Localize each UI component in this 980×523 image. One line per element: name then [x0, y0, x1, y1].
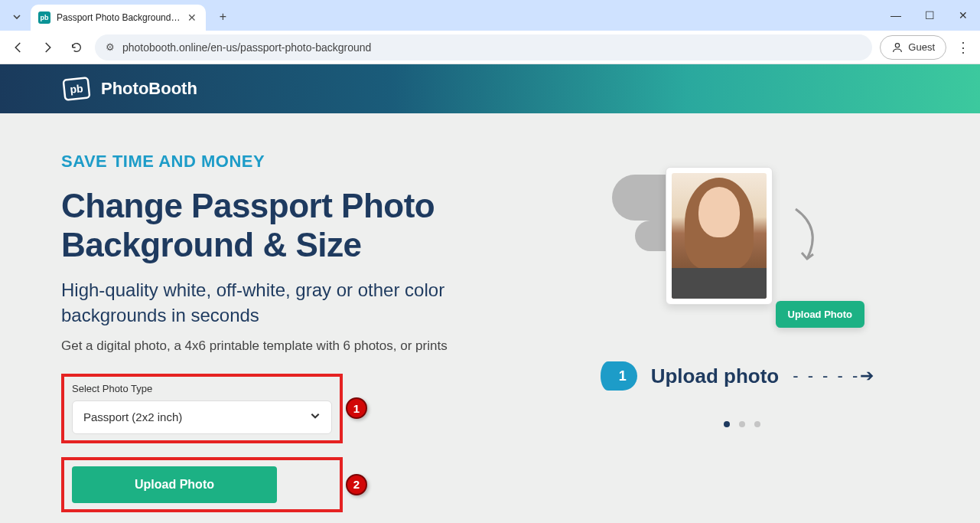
annotation-box-1: Select Photo Type Passport (2x2 inch) 1 — [61, 374, 343, 443]
sample-photo-card — [666, 167, 773, 305]
address-bar[interactable]: ⚙ photobooth.online/en-us/passport-photo… — [95, 34, 872, 60]
eyebrow-text: SAVE TIME AND MONEY — [61, 152, 536, 172]
upload-photo-button[interactable]: Upload Photo — [72, 466, 277, 503]
hero-section: SAVE TIME AND MONEY Change Passport Phot… — [0, 113, 980, 523]
browser-tab[interactable]: pb Passport Photo Background… ✕ — [31, 5, 206, 31]
browser-toolbar: ⚙ photobooth.online/en-us/passport-photo… — [0, 31, 980, 64]
photo-type-select[interactable]: Passport (2x2 inch) — [72, 400, 332, 434]
site-header: pb PhotoBooth — [0, 64, 980, 113]
guest-label: Guest — [908, 41, 935, 53]
minimize-button[interactable]: — — [879, 0, 913, 31]
page-viewport[interactable]: pb PhotoBooth SAVE TIME AND MONEY Change… — [0, 64, 980, 523]
select-value: Passport (2x2 inch) — [83, 410, 182, 423]
upload-photo-badge[interactable]: Upload Photo — [776, 301, 865, 328]
tab-title: Passport Photo Background… — [57, 12, 180, 23]
reload-button[interactable] — [66, 37, 87, 58]
forward-button[interactable] — [37, 37, 58, 58]
carousel-dot-3[interactable] — [754, 421, 760, 427]
step-number-badge: 1 — [608, 361, 637, 391]
site-logo[interactable]: pb PhotoBooth — [61, 74, 197, 103]
portrait-image — [672, 173, 767, 299]
tabs-dropdown[interactable] — [8, 8, 26, 26]
step-text: Upload photo — [651, 364, 780, 388]
carousel-dots — [724, 421, 760, 427]
back-button[interactable] — [8, 37, 29, 58]
svg-text:pb: pb — [70, 82, 84, 96]
tab-favicon: pb — [38, 11, 50, 24]
annotation-box-2: Upload Photo 2 — [61, 457, 343, 512]
select-label: Select Photo Type — [72, 383, 332, 394]
description: Get a digital photo, a 4x6 printable tem… — [61, 338, 536, 354]
maximize-button[interactable]: ☐ — [913, 0, 946, 31]
annotation-marker-1: 1 — [346, 397, 367, 419]
curved-arrow-icon — [788, 205, 826, 266]
browser-titlebar: pb Passport Photo Background… ✕ + — ☐ ✕ — [0, 0, 980, 31]
svg-point-0 — [896, 43, 900, 47]
carousel-dot-1[interactable] — [724, 421, 730, 427]
new-tab-button[interactable]: + — [212, 6, 233, 28]
illustration: Upload Photo — [604, 167, 880, 351]
arrow-dashes: - - - - -➔ — [793, 366, 876, 386]
browser-menu-button[interactable]: ⋮ — [954, 38, 972, 57]
logo-icon: pb — [61, 74, 92, 103]
subtitle: High-quality white, off-white, gray or o… — [61, 278, 536, 328]
hero-left-column: SAVE TIME AND MONEY Change Passport Phot… — [61, 152, 536, 523]
profile-guest-button[interactable]: Guest — [880, 35, 946, 60]
window-controls: — ☐ ✕ — [879, 0, 980, 31]
chevron-down-icon — [310, 410, 321, 423]
hero-right-column: Upload Photo 1 Upload photo - - - - -➔ — [581, 152, 903, 523]
page-title: Change Passport Photo Background & Size — [61, 187, 536, 264]
annotation-marker-2: 2 — [346, 474, 367, 495]
url-text: photobooth.online/en-us/passport-photo-b… — [122, 41, 371, 54]
tab-close-button[interactable]: ✕ — [186, 11, 198, 24]
step-row: 1 Upload photo - - - - -➔ — [608, 361, 877, 391]
close-window-button[interactable]: ✕ — [946, 0, 980, 31]
carousel-dot-2[interactable] — [739, 421, 745, 427]
site-settings-icon[interactable]: ⚙ — [106, 41, 115, 53]
brand-text: PhotoBooth — [101, 79, 197, 99]
